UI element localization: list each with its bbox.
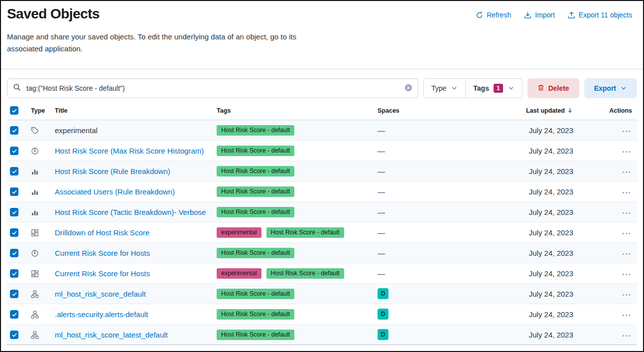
title-cell: Current Risk Score for Hosts [51, 243, 213, 263]
space-avatar: D [378, 329, 388, 340]
row-actions-button[interactable] [621, 189, 632, 196]
object-title-link[interactable]: ml_host_risk_score_latest_default [55, 331, 168, 339]
row-actions-button[interactable] [621, 271, 632, 278]
row-checkbox[interactable] [10, 331, 18, 339]
table-row: Current Risk Score for HostsHost Risk Sc… [7, 243, 637, 263]
object-title-link[interactable]: Associated Users (Rule Breakdown) [55, 187, 175, 196]
title-cell: Host Risk Score (Tactic Breakdown)- Verb… [51, 202, 213, 222]
row-checkbox[interactable] [10, 126, 18, 135]
clear-search-button[interactable] [404, 84, 412, 93]
select-all-checkbox[interactable] [10, 106, 18, 115]
tag-badge[interactable]: Host Risk Score - default [217, 289, 294, 299]
delete-button[interactable]: Delete [527, 78, 579, 98]
export-all-button[interactable]: Export 11 objects [563, 8, 637, 22]
tags-filter-button[interactable]: Tags 1 [465, 79, 521, 98]
refresh-button[interactable]: Refresh [471, 8, 516, 22]
row-actions-button[interactable] [621, 148, 632, 156]
column-header-type[interactable]: Type [27, 102, 51, 120]
title-cell: .alerts-security.alerts-default [51, 304, 213, 325]
tags-cell: experimentalHost Risk Score - default [213, 222, 374, 243]
object-title-link[interactable]: Host Risk Score (Max Risk Score Histogra… [55, 147, 204, 155]
last-updated-cell: July 24, 2023 [508, 243, 577, 263]
tag-badge[interactable]: Host Risk Score - default [217, 186, 294, 197]
row-actions-button[interactable] [621, 332, 632, 340]
row-checkbox-cell [7, 325, 27, 345]
export-button[interactable]: Export [584, 78, 637, 98]
refresh-label: Refresh [487, 11, 511, 19]
search-input[interactable] [25, 84, 400, 93]
row-checkbox[interactable] [10, 290, 18, 298]
column-header-last-updated[interactable]: Last updated [508, 102, 577, 120]
row-actions-button[interactable] [621, 169, 632, 176]
tag-badge[interactable]: Host Risk Score - default [217, 146, 294, 156]
tag-badge[interactable]: experimental [217, 268, 261, 279]
row-checkbox[interactable] [10, 310, 18, 319]
tag-badge[interactable]: Host Risk Score - default [217, 166, 294, 176]
tags-cell: Host Risk Score - default [213, 141, 374, 161]
object-title-link[interactable]: .alerts-security.alerts-default [55, 310, 148, 319]
row-checkbox[interactable] [10, 269, 18, 278]
row-actions-button[interactable] [621, 291, 632, 299]
actions-cell [577, 120, 637, 141]
object-title-link[interactable]: Current Risk Score for Hosts [55, 269, 150, 278]
type-cell [27, 161, 51, 181]
row-actions-button[interactable] [621, 312, 632, 319]
search-icon [13, 83, 21, 93]
row-checkbox[interactable] [10, 249, 18, 257]
row-checkbox[interactable] [10, 228, 18, 237]
object-title-link[interactable]: ml_host_risk_score_default [55, 290, 146, 298]
row-checkbox[interactable] [10, 147, 18, 155]
object-title-link[interactable]: Host Risk Score (Tactic Breakdown)- Verb… [55, 208, 206, 216]
row-actions-button[interactable] [621, 250, 632, 258]
last-updated-cell: July 24, 2023 [508, 222, 577, 243]
tag-badge[interactable]: experimental [217, 227, 261, 238]
search-box[interactable] [7, 78, 418, 98]
object-title-link[interactable]: Host Risk Score (Rule Breakdown) [55, 167, 170, 176]
row-actions-button[interactable] [621, 128, 632, 135]
tags-cell: Host Risk Score - default [213, 304, 374, 325]
table-row: experimentalHost Risk Score - default—Ju… [7, 120, 637, 141]
row-checkbox-cell [7, 263, 27, 284]
tag-badge[interactable]: Host Risk Score - default [266, 268, 344, 279]
tag-badge[interactable]: Host Risk Score - default [217, 207, 294, 217]
table-row: ml_host_risk_score_defaultHost Risk Scor… [7, 284, 637, 304]
spaces-cell: — [374, 120, 508, 141]
row-checkbox-cell [7, 222, 27, 243]
title-cell: Host Risk Score (Rule Breakdown) [51, 161, 213, 181]
refresh-icon [476, 11, 483, 19]
tags-cell: Host Risk Score - default [213, 202, 374, 222]
tag-badge[interactable]: Host Risk Score - default [217, 248, 294, 258]
table-row: ml_host_risk_score_latest_defaultHost Ri… [7, 325, 637, 345]
object-title-link[interactable]: Current Risk Score for Hosts [55, 249, 150, 257]
type-filter-button[interactable]: Type [424, 79, 465, 98]
table-header-row: Type Title Tags Spaces Last updated Acti… [7, 102, 637, 120]
column-header-actions: Actions [577, 102, 637, 120]
actions-cell [577, 263, 637, 284]
toolbar: Type Tags 1 Delete Export [7, 78, 637, 98]
tag-badge[interactable]: Host Risk Score - default [217, 125, 294, 136]
spaces-empty: — [378, 269, 385, 278]
spaces-cell: D [374, 304, 508, 325]
tag-icon [31, 127, 39, 135]
spaces-cell: — [374, 202, 508, 222]
title-cell: ml_host_risk_score_default [51, 284, 213, 304]
tag-badge[interactable]: Host Risk Score - default [266, 227, 344, 238]
space-avatar: D [378, 309, 388, 320]
table-row: Associated Users (Rule Breakdown)Host Ri… [7, 181, 637, 202]
import-button[interactable]: Import [519, 8, 560, 22]
tags-filter-label: Tags [473, 84, 489, 92]
column-header-title[interactable]: Title [51, 102, 213, 120]
object-title-link[interactable]: Drilldown of Host Risk Score [55, 228, 149, 237]
tag-badge[interactable]: Host Risk Score - default [217, 330, 294, 340]
spaces-cell: — [374, 243, 508, 263]
row-checkbox[interactable] [10, 208, 18, 216]
spaces-empty: — [378, 167, 385, 176]
row-actions-button[interactable] [621, 230, 632, 237]
filter-group: Type Tags 1 [423, 78, 522, 98]
table-row: .alerts-security.alerts-defaultHost Risk… [7, 304, 637, 325]
row-checkbox[interactable] [10, 187, 18, 196]
tag-badge[interactable]: Host Risk Score - default [217, 309, 294, 320]
row-checkbox[interactable] [10, 167, 18, 176]
chevron-down-icon [451, 85, 458, 92]
row-actions-button[interactable] [621, 209, 632, 217]
